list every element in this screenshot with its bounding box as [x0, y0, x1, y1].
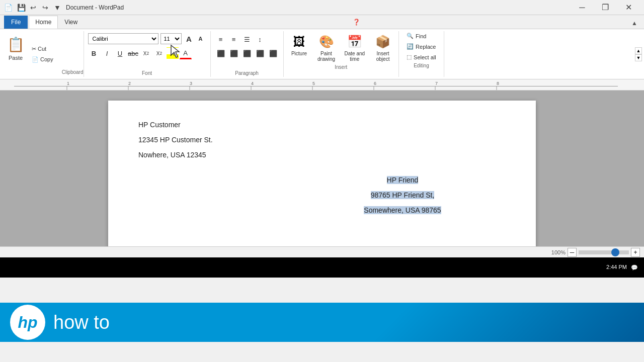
- tab-file[interactable]: File: [4, 16, 28, 29]
- text-color-button[interactable]: A: [180, 47, 192, 59]
- svg-text:5: 5: [312, 81, 315, 86]
- strikethrough-button[interactable]: abc: [127, 47, 139, 59]
- document-page[interactable]: HP Customer 12345 HP Customer St. Nowher…: [108, 101, 536, 246]
- ribbon-collapse-button[interactable]: ▲: [629, 18, 640, 29]
- selected-text-3: Somewhere, USA 98765: [364, 206, 441, 214]
- title-bar-left: 📄 💾 ↩ ↪ ▼ Document - WordPad: [4, 2, 124, 13]
- zoom-out-button[interactable]: ─: [568, 248, 577, 257]
- svg-rect-1: [14, 86, 618, 86]
- line-spacing-button[interactable]: ↕: [254, 33, 266, 45]
- italic-button[interactable]: I: [101, 47, 113, 59]
- insert-group: 🖼 Picture 🎨 Paintdrawing 📅 Date andtime …: [284, 31, 399, 77]
- zoom-in-button[interactable]: +: [631, 248, 640, 257]
- doc-selected-block-1: HP Friend: [299, 176, 506, 184]
- notification-icon[interactable]: 💬: [631, 264, 638, 271]
- insert-object-button[interactable]: 📦 Insertobject: [371, 31, 394, 63]
- clipboard-group-label: Clipboard: [62, 68, 84, 76]
- editing-group: 🔍 Find 🔄 Replace ⬚ Select all Editing: [399, 31, 444, 77]
- select-all-button[interactable]: ⬚ Select all: [403, 52, 440, 62]
- cut-icon: ✂: [32, 46, 36, 52]
- zoom-slider[interactable]: [579, 250, 629, 254]
- paragraph-group: ≡ ≡ ☰ ↕ ⬛ ⬛ ⬛ ⬛ ⬛ Paragraph: [211, 31, 284, 77]
- align-right-button[interactable]: ⬛: [241, 47, 253, 59]
- find-icon: 🔍: [407, 33, 414, 39]
- selected-text-2: 98765 HP Friend St,: [371, 191, 435, 199]
- bullets-button[interactable]: ☰: [241, 33, 253, 45]
- ruler-inner: 1 2 3 4 5 6 7 8: [14, 79, 644, 90]
- zoom-thumb[interactable]: [611, 248, 619, 256]
- redo-button[interactable]: ↪: [40, 2, 51, 13]
- doc-line-2: 12345 HP Customer St.: [138, 136, 506, 144]
- font-grow-button[interactable]: A: [184, 33, 195, 44]
- justify-button[interactable]: ⬛: [254, 47, 266, 59]
- replace-button[interactable]: 🔄 Replace: [403, 42, 440, 51]
- select-icon: ⬚: [407, 54, 412, 60]
- restore-button[interactable]: ❐: [594, 0, 617, 15]
- quick-access-toolbar: 📄 💾 ↩ ↪ ▼: [4, 2, 63, 13]
- hp-overlay: hp how to: [0, 303, 644, 342]
- font-group: Calibri 11 A A B I U ab: [84, 31, 211, 77]
- paste-button[interactable]: 📋 Paste: [2, 31, 29, 77]
- paint-drawing-button[interactable]: 🎨 Paintdrawing: [315, 31, 338, 63]
- font-shrink-button[interactable]: A: [195, 33, 206, 44]
- taskbar: 2:44 PM 💬: [0, 257, 644, 278]
- superscript-button[interactable]: X2: [153, 47, 166, 59]
- zoom-area: 100% ─ +: [551, 248, 640, 257]
- font-size-buttons: A A: [184, 33, 206, 44]
- doc-selected-block-3: Somewhere, USA 98765: [299, 206, 506, 214]
- font-size-select[interactable]: 11: [160, 33, 182, 44]
- close-button[interactable]: ✕: [617, 0, 640, 15]
- replace-icon: 🔄: [407, 43, 414, 50]
- cut-button[interactable]: ✂ Cut: [29, 44, 56, 54]
- font-name-select[interactable]: Calibri: [88, 33, 158, 44]
- picture-icon: 🖼: [290, 33, 308, 51]
- tab-view[interactable]: View: [58, 16, 84, 29]
- object-label: Insertobject: [376, 51, 390, 62]
- doc-line-1: HP Customer: [138, 121, 506, 129]
- svg-text:7: 7: [435, 81, 438, 86]
- font-row-1: Calibri 11 A A: [88, 33, 206, 44]
- doc-selected-block-2: 98765 HP Friend St,: [299, 191, 506, 199]
- calendar-icon: 📅: [346, 33, 364, 51]
- ribbon-groups: 📋 Paste ✂ Cut 📄 Copy: [0, 31, 633, 77]
- ribbon-scroll-up[interactable]: ▲: [635, 47, 642, 54]
- title-bar: 📄 💾 ↩ ↪ ▼ Document - WordPad ─ ❐ ✕: [0, 0, 644, 15]
- ribbon-scroll-down[interactable]: ▼: [635, 54, 642, 61]
- paste-icon: 📋: [7, 34, 25, 55]
- save-button[interactable]: 💾: [16, 2, 27, 13]
- hp-logo: hp: [10, 305, 45, 340]
- svg-text:8: 8: [497, 81, 499, 86]
- taskbar-time: 2:44 PM: [606, 263, 627, 271]
- bold-button[interactable]: B: [88, 47, 100, 59]
- underline-button[interactable]: U: [114, 47, 126, 59]
- find-button[interactable]: 🔍 Find: [403, 31, 440, 41]
- rtl-button[interactable]: ⬛: [267, 47, 279, 59]
- align-left2-button[interactable]: ⬛: [215, 47, 227, 59]
- clipboard-group: 📋 Paste ✂ Cut 📄 Copy: [0, 31, 84, 77]
- font-row-2: B I U abc X2 X2 A A: [88, 47, 192, 59]
- align-left-button[interactable]: ≡: [215, 33, 227, 45]
- undo-button[interactable]: ↩: [28, 2, 39, 13]
- highlight-color-button[interactable]: A: [167, 47, 179, 59]
- subscript-button[interactable]: X2: [140, 47, 152, 59]
- copy-button[interactable]: 📄 Copy: [29, 55, 56, 64]
- help-button[interactable]: ❓: [351, 17, 362, 28]
- date-time-button[interactable]: 📅 Date andtime: [342, 31, 368, 63]
- object-icon: 📦: [374, 33, 392, 51]
- clipboard-right: ✂ Cut 📄 Copy: [29, 31, 58, 77]
- para-row-2: ⬛ ⬛ ⬛ ⬛ ⬛: [215, 47, 279, 59]
- status-bar: 100% ─ +: [0, 246, 644, 257]
- picture-button[interactable]: 🖼 Picture: [288, 31, 311, 58]
- align-center2-button[interactable]: ⬛: [228, 47, 240, 59]
- minimize-button[interactable]: ─: [571, 0, 594, 15]
- more-button[interactable]: ▼: [52, 2, 63, 13]
- editing-group-label: Editing: [414, 62, 429, 69]
- window-controls: ─ ❐ ✕: [571, 0, 640, 15]
- find-label: Find: [416, 33, 426, 39]
- clock-time: 2:44 PM: [606, 263, 627, 271]
- align-center-button[interactable]: ≡: [228, 33, 240, 45]
- document-area: HP Customer 12345 HP Customer St. Nowher…: [0, 90, 644, 246]
- tab-home[interactable]: Home: [29, 16, 58, 29]
- insert-items: 🖼 Picture 🎨 Paintdrawing 📅 Date andtime …: [288, 31, 395, 63]
- para-row-1: ≡ ≡ ☰ ↕: [215, 33, 266, 45]
